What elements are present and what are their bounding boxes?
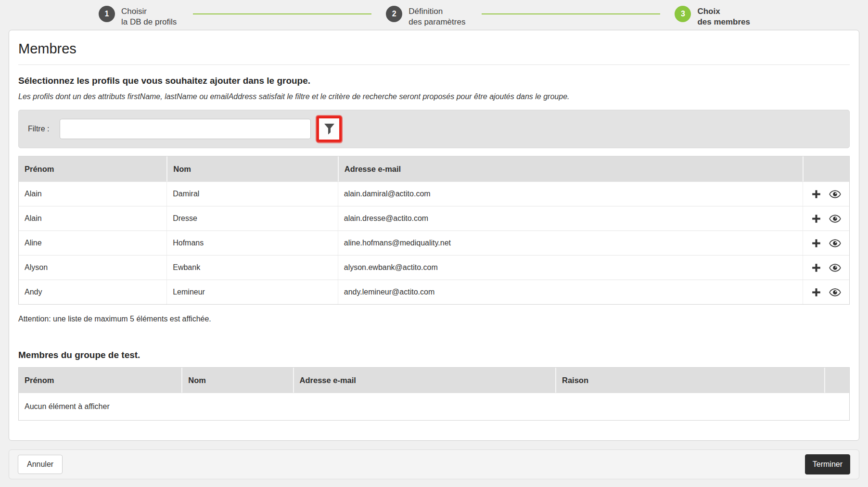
col-header-firstname: Prénom	[19, 156, 166, 181]
step-3-badge: 3	[675, 6, 691, 22]
row-actions-cell	[803, 181, 849, 206]
empty-message: Aucun élément à afficher	[19, 393, 849, 420]
col-header-actions	[824, 368, 849, 393]
step-1-label-line2: la DB de profils	[121, 17, 177, 27]
selection-heading: Sélectionnez les profils que vous souhai…	[18, 76, 850, 86]
row-actions-cell	[803, 206, 849, 231]
first-name-cell: Alain	[19, 181, 166, 206]
row-actions	[806, 190, 846, 199]
last-name-cell: Damiral	[166, 181, 338, 206]
col-header-firstname: Prénom	[19, 368, 181, 393]
apply-filter-button[interactable]	[320, 119, 338, 139]
view-profile-icon[interactable]	[829, 215, 841, 223]
results-table-body: AlainDamiralalain.damiral@actito.com Ala…	[19, 181, 849, 304]
red-highlight-annotation	[317, 116, 342, 142]
email-cell: alain.dresse@actito.com	[338, 206, 803, 231]
profile-row: AlainDamiralalain.damiral@actito.com	[19, 181, 849, 206]
page-title: Membres	[18, 41, 850, 57]
step-members[interactable]: 3 Choix des membres	[675, 6, 750, 28]
empty-row: Aucun élément à afficher	[19, 393, 849, 420]
results-header-row: Prénom Nom Adresse e-mail	[19, 156, 849, 181]
max-items-note: Attention: une liste de maximum 5 élémen…	[18, 315, 850, 323]
wizard-stepper: 1 Choisir la DB de profils 2 Définition …	[0, 0, 868, 30]
step-connector	[482, 13, 660, 14]
first-name-cell: Aline	[19, 231, 166, 255]
last-name-cell: Dresse	[166, 206, 338, 231]
profile-row: AlysonEwbankalyson.ewbank@actito.com	[19, 255, 849, 280]
col-header-lastname: Nom	[166, 156, 338, 181]
step-parameters[interactable]: 2 Définition des paramètres	[386, 6, 465, 28]
row-actions	[806, 288, 846, 297]
filter-bar: Filtre :	[18, 110, 850, 148]
add-member-icon[interactable]	[812, 214, 821, 223]
step-1-label: Choisir la DB de profils	[121, 6, 177, 28]
funnel-icon	[324, 123, 335, 135]
email-cell: aline.hofmans@mediquality.net	[338, 231, 803, 255]
step-3-label-line2: des membres	[697, 17, 750, 27]
add-member-icon[interactable]	[812, 190, 821, 199]
col-header-lastname: Nom	[181, 368, 293, 393]
profile-row: AlineHofmansaline.hofmans@mediquality.ne…	[19, 231, 849, 255]
group-members-table: Prénom Nom Adresse e-mail Raison Aucun é…	[18, 367, 850, 421]
row-actions	[806, 263, 846, 272]
step-3-label-line1: Choix	[697, 6, 750, 17]
email-cell: alain.damiral@actito.com	[338, 181, 803, 206]
add-member-icon[interactable]	[812, 239, 821, 248]
step-2-label-line1: Définition	[408, 6, 465, 17]
last-name-cell: Ewbank	[166, 255, 338, 280]
view-profile-icon[interactable]	[829, 239, 841, 247]
step-2-badge: 2	[386, 6, 402, 22]
step-1-badge: 1	[99, 6, 115, 22]
step-1-label-line1: Choisir	[121, 6, 177, 17]
col-header-email: Adresse e-mail	[338, 156, 803, 181]
first-name-cell: Andy	[19, 280, 166, 304]
profile-row: AlainDressealain.dresse@actito.com	[19, 206, 849, 231]
cancel-button[interactable]: Annuler	[18, 455, 63, 474]
step-choose-db[interactable]: 1 Choisir la DB de profils	[99, 6, 177, 28]
wizard-footer: Annuler Terminer	[9, 449, 859, 479]
col-header-reason: Raison	[555, 368, 824, 393]
view-profile-icon[interactable]	[829, 264, 841, 272]
filter-input[interactable]	[60, 119, 311, 139]
row-actions	[806, 239, 846, 248]
row-actions-cell	[803, 231, 849, 255]
add-member-icon[interactable]	[812, 263, 821, 272]
step-connector	[193, 13, 371, 14]
step-3-label: Choix des membres	[697, 6, 750, 28]
finish-button[interactable]: Terminer	[805, 454, 850, 474]
col-header-actions	[803, 156, 849, 181]
filter-explanation: Les profils dont un des attributs firstN…	[18, 92, 850, 101]
title-divider	[18, 64, 850, 65]
add-member-icon[interactable]	[812, 288, 821, 297]
step-2-label: Définition des paramètres	[408, 6, 465, 28]
first-name-cell: Alyson	[19, 255, 166, 280]
row-actions-cell	[803, 280, 849, 304]
email-cell: andy.lemineur@actito.com	[338, 280, 803, 304]
group-header-row: Prénom Nom Adresse e-mail Raison	[19, 368, 849, 393]
view-profile-icon[interactable]	[829, 190, 841, 198]
profile-row: AndyLemineurandy.lemineur@actito.com	[19, 280, 849, 304]
email-cell: alyson.ewbank@actito.com	[338, 255, 803, 280]
row-actions	[806, 214, 846, 223]
members-panel: Membres Sélectionnez les profils que vou…	[9, 30, 859, 441]
step-2-label-line2: des paramètres	[408, 17, 465, 27]
view-profile-icon[interactable]	[829, 288, 841, 296]
filter-label: Filtre :	[28, 125, 49, 133]
last-name-cell: Hofmans	[166, 231, 338, 255]
col-header-email: Adresse e-mail	[293, 368, 555, 393]
last-name-cell: Lemineur	[166, 280, 338, 304]
profiles-results-table: Prénom Nom Adresse e-mail AlainDamiralal…	[18, 156, 850, 305]
group-members-heading: Membres du groupe de test.	[18, 350, 850, 360]
first-name-cell: Alain	[19, 206, 166, 231]
row-actions-cell	[803, 255, 849, 280]
